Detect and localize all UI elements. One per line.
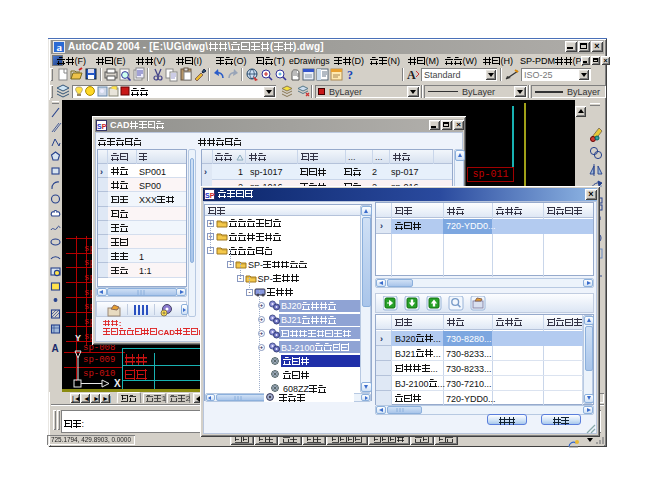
svg-text:?: ? xyxy=(347,68,353,82)
svg-text:A: A xyxy=(52,343,59,354)
svg-text:A: A xyxy=(407,68,416,82)
